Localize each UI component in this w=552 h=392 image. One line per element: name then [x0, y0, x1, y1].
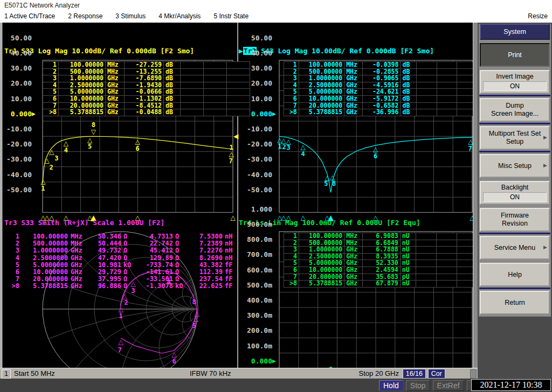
hold-indicator: Hold [379, 380, 403, 391]
svg-text:6: 6 [172, 358, 176, 365]
tr2-marker-3[interactable]: △3 [286, 138, 291, 151]
tr3-marker-7[interactable]: △7 [118, 338, 123, 354]
marker-row: 55.0000000GHz52.330nU [284, 260, 478, 267]
correction-badge: Cor [428, 369, 445, 379]
tr1-marker-1[interactable]: △1 [40, 178, 46, 192]
axis-label: -40.00 [238, 167, 279, 182]
tr4-y-axis: 1.000900.0m800.0m700.0m600.0m500.0m400.0… [238, 201, 279, 369]
marker-row: 31.0000000GHz49.732Ω45.412Ω7.2276nH [6, 247, 238, 254]
channel-number: 1 [2, 369, 11, 379]
softkey-separator [479, 95, 550, 96]
tr3-header: Tr3 S33 Smith (R+jX) Scale 1.000U [F2] [4, 219, 164, 227]
svg-text:4: 4 [64, 146, 68, 154]
svg-text:3: 3 [286, 144, 290, 151]
marker-row: 31.0000000GHz6.7888nU [284, 247, 478, 254]
e5071c-window: E5071C Network Analyzer 1 Active Ch/Trac… [0, 0, 552, 392]
svg-text:1: 1 [119, 312, 122, 320]
axis-label: 600.0m [238, 262, 279, 277]
menu-item[interactable]: 2 Response [68, 12, 102, 20]
tr2-marker-5[interactable]: △5 [324, 174, 330, 187]
softkey-multiport-test-set-setup[interactable]: Multiport Test SetSetup▶ [480, 126, 550, 150]
tr1-marker-table: 1100.00000MHz-27.259dB2500.00000MHz-13.2… [43, 61, 250, 116]
axis-label: 40.00 [238, 45, 279, 60]
menu-item[interactable]: 3 Stimulus [115, 12, 146, 20]
axis-label: 200.0m [238, 323, 279, 338]
status-bar: 1 Start 50 MHz IFBW 70 kHz Stop 20 GHz 1… [0, 368, 478, 379]
softkey-system[interactable]: System [480, 24, 550, 40]
marker-row: >85.3788815GHz-36.996dB [284, 109, 478, 116]
softkey-separator [479, 233, 550, 234]
tr1-marker-2[interactable]: △2 [44, 157, 53, 171]
marker-row: 42.5000000GHz-1.9430dB [43, 82, 250, 89]
menu-item[interactable]: 5 Instr State [213, 12, 249, 20]
svg-text:△: △ [49, 148, 54, 156]
svg-text:△: △ [193, 315, 198, 323]
svg-text:7: 7 [229, 157, 232, 165]
tr2-marker-8-active[interactable]: △8 [330, 173, 336, 187]
softkey-invert-image[interactable]: Invert ImageON [480, 70, 550, 94]
stop-indicator: Stop [406, 380, 430, 391]
marker-row: 42.5000000GHz47.420Ω129.89Ω8.2690nH [6, 255, 238, 262]
marker-row: 2500.00000MHz6.6849nU [284, 240, 478, 247]
softkey-print[interactable]: Print [480, 43, 550, 67]
svg-text:8: 8 [92, 121, 95, 129]
menu-item[interactable]: 4 Mkr/Analysis [158, 12, 201, 20]
tr2-marker-4[interactable]: △4 [300, 143, 306, 158]
axis-label: 10.00 [0, 91, 39, 106]
softkey-separator [479, 151, 550, 152]
svg-text:7: 7 [468, 145, 472, 152]
ref-level-label: 0.000▶ [238, 353, 279, 368]
tr1-marker-7[interactable]: 1 △ 7 [229, 144, 234, 165]
softkey-firmware-revision[interactable]: FirmwareRevision [480, 208, 550, 232]
submenu-arrow-icon: ▶ [543, 135, 547, 140]
tr1-marker-3[interactable]: △3 [49, 148, 58, 162]
softkey-backlight-state: ON [483, 192, 547, 202]
marker-row: 610.000000GHz-1.1302dB [43, 95, 250, 102]
marker-row: 610.000000GHz2.4594nU [284, 267, 478, 274]
resize-button[interactable]: Resize [528, 12, 548, 20]
axis-label: 30.00 [0, 60, 39, 75]
statusbar-corner [470, 369, 477, 379]
marker-row: 55.0000000GHz-0.0666dB [43, 89, 250, 96]
tr1-marker-6[interactable]: △6 [135, 138, 140, 152]
softkey-separator [479, 123, 550, 124]
marker-row: 610.000000GHz-5.9172dB [284, 95, 478, 102]
svg-text:▽: ▽ [91, 128, 96, 136]
svg-text:△: △ [118, 305, 123, 313]
tr3-marker-1[interactable]: △1 [118, 305, 123, 320]
tr3-marker-2[interactable]: △2 [122, 292, 128, 306]
svg-text:8: 8 [192, 298, 196, 306]
submenu-arrow-icon: ▶ [543, 163, 547, 168]
axis-label: 700.0m [238, 247, 279, 262]
softkey-help[interactable]: Help [480, 263, 550, 286]
axis-label: 10.00 [238, 91, 279, 106]
svg-text:△: △ [64, 139, 69, 147]
tr1-marker-8-active[interactable]: ▽8 [91, 121, 96, 136]
softkey-sidebar: SystemPrintInvert ImageONDumpScreen Imag… [478, 23, 552, 379]
marker-row: >85.3788815GHz96.886Ω-1.3078kΩ22.625fF [6, 283, 238, 290]
svg-text:△: △ [373, 145, 378, 153]
svg-text:△: △ [229, 150, 234, 158]
marker-row: 42.5000000GHz-4.5916dB [284, 82, 478, 89]
tr2-marker-6[interactable]: △6 [373, 145, 378, 160]
softkey-backlight[interactable]: BacklightON [480, 181, 550, 205]
svg-text:△: △ [118, 338, 123, 346]
tr1-marker-5[interactable]: △5 [87, 136, 93, 150]
marker-row: 720.000000GHz-8.4512dB [43, 102, 250, 109]
softkey-service-menu[interactable]: Service Menu▶ [480, 236, 550, 260]
extref-indicator: ExtRef [433, 380, 464, 391]
svg-text:△: △ [171, 351, 177, 358]
axis-label: 1.000 [238, 201, 279, 216]
softkey-misc-setup[interactable]: Misc Setup▶ [480, 154, 550, 178]
tr3-marker-readout: 1100.00000MHz50.346Ω4.7313Ω7.5300nH2500.… [6, 233, 238, 290]
svg-text:6: 6 [135, 145, 139, 152]
softkey-return[interactable]: Return [480, 291, 550, 314]
svg-text:2: 2 [49, 164, 53, 171]
tr2-header-rest: S43 Log Mag 10.00dB/ Ref 0.000dB [F2 Smo… [257, 47, 434, 55]
svg-text:△: △ [230, 214, 236, 221]
softkey-dump-screen-image[interactable]: DumpScreen Image... [480, 98, 550, 122]
axis-label: -40.00 [0, 167, 39, 182]
svg-text:3: 3 [54, 155, 58, 162]
menu-item[interactable]: 1 Active Ch/Trace [4, 12, 55, 20]
axis-label: -30.00 [238, 152, 279, 167]
